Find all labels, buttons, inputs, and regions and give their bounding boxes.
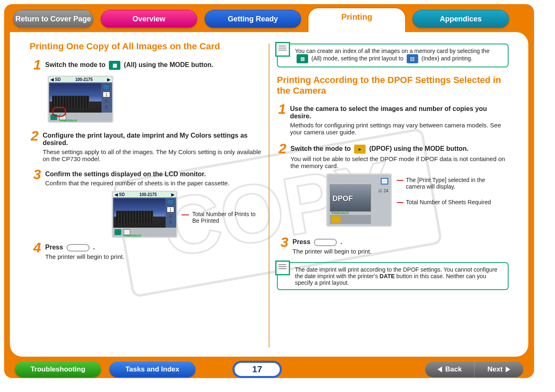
bottom-bar: Troubleshooting Tasks and Index 17 Back … bbox=[10, 357, 528, 378]
all-mode-icon: ▦ bbox=[297, 54, 308, 63]
r-step1-sub: Methods for configuring print settings m… bbox=[290, 122, 509, 136]
step2-sub: These settings apply to all of the image… bbox=[43, 148, 261, 162]
right-step-2: 2 Switch the mode to ▸ (DPOF) using the … bbox=[277, 141, 509, 169]
lcd-dpof: DPOF ☑24 P4x6/10x15 bbox=[326, 173, 392, 227]
step-number: 4 bbox=[30, 240, 41, 260]
tasks-index-button[interactable]: Tasks and Index bbox=[109, 362, 196, 377]
next-button[interactable]: Next bbox=[474, 362, 523, 377]
r-step2-sub: You will not be able to select the DPOF … bbox=[290, 155, 509, 169]
page-number: 17 bbox=[233, 361, 282, 378]
tip-index-print: You can create an index of all the image… bbox=[277, 44, 509, 67]
step-number: 1 bbox=[30, 58, 41, 71]
tab-overview[interactable]: Overview bbox=[101, 10, 197, 28]
left-step-4: 4 Press . The printer will begin to prin… bbox=[30, 240, 261, 260]
annot-total-prints: Total Number of Prints to Be Printed bbox=[192, 211, 258, 224]
step4-press: Press bbox=[45, 244, 65, 251]
tip1-text-c: (Index) and printing. bbox=[421, 55, 473, 62]
r-step1-title: Use the camera to select the images and … bbox=[290, 105, 509, 120]
index-layout-icon: ▤ bbox=[407, 54, 418, 63]
back-label: Back bbox=[445, 365, 462, 374]
tab-appendices[interactable]: Appendices bbox=[412, 10, 509, 28]
step2-title: Configure the print layout, date imprint… bbox=[43, 132, 261, 147]
page-frame: Return to Cover Page Overview Getting Re… bbox=[4, 4, 534, 378]
r-step2-a: Switch the mode to bbox=[290, 145, 352, 152]
arrow-left-icon bbox=[438, 367, 442, 372]
print-button-icon bbox=[314, 239, 337, 246]
step3-sub: Confirm that the required number of shee… bbox=[45, 180, 230, 187]
content-panel: COPY Printing One Copy of All Images on … bbox=[10, 32, 528, 357]
note-icon bbox=[275, 261, 290, 275]
tab-printing-active[interactable]: Printing bbox=[309, 8, 405, 34]
lcd2a-total: 5 bbox=[169, 220, 172, 224]
lcd-dpof-size: P4x6/10x15 bbox=[332, 211, 370, 215]
right-step-1: 1 Use the camera to select the images an… bbox=[277, 102, 509, 136]
step1-text-d: button. bbox=[191, 61, 213, 68]
lcd2a-filenum: 100-2175 bbox=[139, 192, 157, 197]
top-tabs: Return to Cover Page Overview Getting Re… bbox=[10, 10, 528, 32]
lcd2-annotation: Total Number of Prints to Be Printed bbox=[182, 211, 261, 224]
lcd-dpof-count: 24 bbox=[384, 189, 388, 193]
step3-title: Confirm the settings displayed on the LC… bbox=[45, 171, 230, 178]
r-step3-press: Press bbox=[292, 238, 312, 245]
troubleshooting-button[interactable]: Troubleshooting bbox=[15, 362, 101, 377]
lcd1-copies: 1 bbox=[103, 92, 110, 97]
lcd1-size: P4x6/10x15 bbox=[60, 119, 111, 122]
back-button[interactable]: Back bbox=[425, 362, 474, 377]
step1-mode: MODE bbox=[170, 61, 189, 68]
dpof-mode-icon: ▸ bbox=[354, 145, 366, 154]
step4-sub: The printer will begin to print. bbox=[45, 253, 124, 260]
lcd2a-size: P4x6/10x15 bbox=[124, 234, 175, 238]
lcd2a-copies: 1 bbox=[167, 207, 174, 212]
lcd1-total: 5 bbox=[105, 105, 108, 109]
left-step-1: 1 Switch the mode to ▦ (All) using the M… bbox=[30, 58, 261, 71]
tab-getting-ready[interactable]: Getting Ready bbox=[205, 10, 301, 28]
step1-text-a: Switch the mode to bbox=[45, 61, 107, 68]
nav-buttons: Back Next bbox=[425, 362, 523, 377]
left-step-3: 3 Confirm the settings displayed on the … bbox=[30, 167, 261, 187]
next-label: Next bbox=[488, 365, 503, 374]
note-icon bbox=[275, 42, 290, 57]
lcd-screenshot-2: ◀ SD100-2175▶ 1 ☑ 5 P4x6/10x15 bbox=[112, 191, 177, 238]
step-number: 3 bbox=[30, 167, 41, 187]
right-column: You can create an index of all the image… bbox=[269, 41, 516, 348]
right-step-3: 3 Press . The printer will begin to prin… bbox=[277, 235, 509, 255]
print-button-icon bbox=[67, 244, 90, 251]
tab-cover[interactable]: Return to Cover Page bbox=[13, 10, 93, 28]
annot-print-type: The [Print Type] selected in the camera … bbox=[397, 177, 496, 190]
lcd-dpof-label: DPOF bbox=[332, 194, 353, 203]
lcd1-highlight-circle bbox=[52, 107, 66, 117]
tip2-date: DATE bbox=[380, 273, 395, 279]
right-title: Printing According to the DPOF Settings … bbox=[277, 75, 509, 96]
r-step3-period: . bbox=[341, 238, 342, 245]
r-step2-b: (DPOF) using the bbox=[369, 145, 425, 152]
step-number: 2 bbox=[277, 141, 286, 169]
tip1-text-a: You can create an index of all the image… bbox=[295, 48, 489, 54]
r-step3-sub: The printer will begin to print. bbox=[292, 248, 372, 255]
step1-text-b: (All) using the bbox=[124, 61, 170, 68]
tab-printing-slot: Printing bbox=[309, 10, 405, 28]
lcd-screenshot-1: ◀ SD100-2175▶ 1 ☑ 5 P4x6/10x15 bbox=[48, 76, 113, 123]
tip1-text-b: (All) mode, setting the print layout to bbox=[311, 55, 405, 62]
step-number: 3 bbox=[277, 235, 288, 255]
left-column: Printing One Copy of All Images on the C… bbox=[22, 41, 269, 348]
tip-date-imprint: The date imprint will print according to… bbox=[277, 262, 509, 290]
step-number: 1 bbox=[277, 102, 286, 136]
r-step2-mode: MODE bbox=[425, 145, 444, 152]
r-step2-d: button. bbox=[446, 145, 468, 152]
left-step-2: 2 Configure the print layout, date impri… bbox=[30, 129, 261, 162]
all-mode-icon: ▦ bbox=[109, 61, 120, 70]
lcd1-filenum: 100-2175 bbox=[75, 77, 92, 82]
step4-period: . bbox=[93, 244, 95, 251]
annot-total-sheets: Total Number of Sheets Required bbox=[397, 199, 496, 205]
arrow-right-icon bbox=[506, 367, 510, 372]
step-number: 2 bbox=[30, 129, 39, 162]
left-title: Printing One Copy of All Images on the C… bbox=[30, 41, 261, 52]
